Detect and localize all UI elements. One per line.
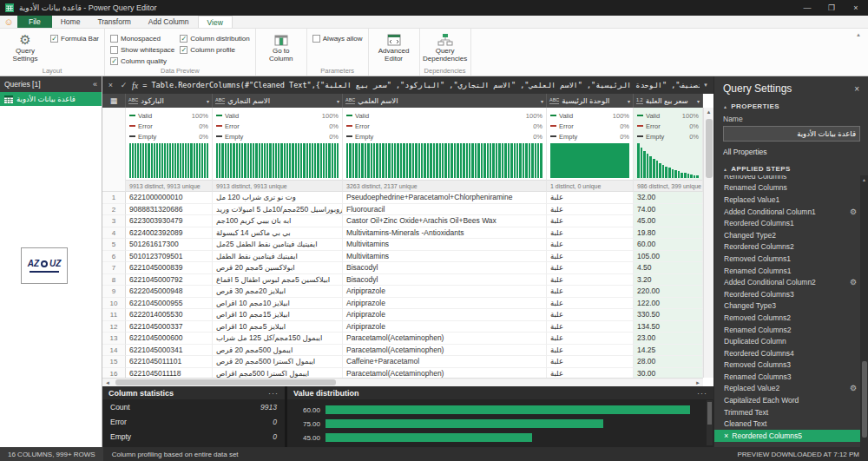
cancel-formula-icon[interactable]: × bbox=[104, 81, 117, 89]
applied-step-added-conditional-column2[interactable]: Added Conditional Column2⚙ bbox=[714, 276, 860, 288]
checkbox-show-whitespace[interactable]: Show whitespace bbox=[110, 46, 174, 54]
cell[interactable]: علبة bbox=[547, 274, 634, 286]
row-number[interactable]: 7 bbox=[102, 262, 126, 274]
applied-step-removed-columns1[interactable]: Removed Columns1 bbox=[714, 253, 860, 265]
row-number[interactable]: 2 bbox=[102, 204, 126, 216]
fx-icon[interactable]: fx bbox=[132, 81, 138, 90]
applied-step-renamed-columns3[interactable]: Renamed Columns3 bbox=[714, 371, 860, 383]
column-header-5[interactable]: 1.2سعر بيع العلبة▾ bbox=[634, 94, 703, 108]
scroll-left-icon[interactable]: ◄ bbox=[102, 380, 113, 385]
row-number[interactable]: 8 bbox=[102, 274, 126, 286]
cell[interactable]: 501261617300 bbox=[126, 239, 213, 251]
cell[interactable]: 28.00 bbox=[634, 356, 703, 368]
applied-step-duplicated-column[interactable]: Duplicated Column bbox=[714, 335, 860, 347]
cell[interactable]: علبة bbox=[547, 333, 634, 345]
cell[interactable]: 60.00 bbox=[634, 239, 703, 251]
query-list-item[interactable]: قاعدة بيانات الأدوية bbox=[0, 92, 102, 106]
cell[interactable]: 220.00 bbox=[634, 286, 703, 298]
cell[interactable]: ايبمول 150مجم/كل 125 مل شراب bbox=[213, 333, 343, 345]
steps-scroll-up-icon[interactable]: ▲ bbox=[860, 175, 868, 183]
cell[interactable]: 6224002392089 bbox=[126, 227, 213, 240]
applied-step-trimmed-text[interactable]: Trimmed Text bbox=[714, 406, 860, 418]
applied-step-reordered-columns2[interactable]: Reordered Columns2 bbox=[714, 241, 860, 254]
cell[interactable]: 330.50 bbox=[634, 309, 703, 321]
cell[interactable]: ابيلايز 15مجم 10 اقراص bbox=[213, 309, 343, 321]
applied-step-removed-columns[interactable]: Removed Columns bbox=[714, 175, 860, 182]
cell[interactable]: 4.50 bbox=[634, 262, 703, 274]
column-profile-1[interactable]: Valid100%Error0%Empty0%9913 distinct, 99… bbox=[126, 108, 213, 192]
distribution-bar[interactable] bbox=[326, 405, 690, 414]
cell[interactable]: علبة bbox=[547, 345, 634, 357]
distribution-scrollbar[interactable] bbox=[707, 400, 713, 445]
horizontal-scroll-track[interactable] bbox=[113, 379, 693, 386]
applied-step-removed-columns2[interactable]: Removed Columns2 bbox=[714, 312, 860, 324]
cell[interactable]: 74.00 bbox=[634, 204, 703, 216]
cell[interactable]: علبة bbox=[547, 239, 634, 251]
cell[interactable]: ايبمول اكسترا 500مجم اقراص bbox=[213, 368, 343, 379]
steps-scrollbar[interactable]: ▲ ▼ bbox=[860, 175, 868, 447]
distribution-bar[interactable] bbox=[326, 433, 532, 442]
cell[interactable]: Pseudoephedrine+Paracetamol+Chlorphenira… bbox=[343, 192, 547, 204]
cell[interactable]: Fluorouracil bbox=[343, 204, 547, 216]
cell[interactable]: ابيلايز 5مجم 10 اقراص bbox=[213, 321, 343, 333]
checkbox-always-allow[interactable]: Always allow bbox=[312, 35, 363, 43]
vertical-scroll-thumb[interactable] bbox=[706, 119, 713, 178]
applied-steps-section-header[interactable]: ▲ APPLIED STEPS bbox=[714, 161, 868, 175]
more-options-icon[interactable]: ··· bbox=[697, 389, 707, 398]
properties-section-header[interactable]: ▲ PROPERTIES bbox=[714, 99, 868, 113]
cell[interactable]: علبة bbox=[547, 368, 634, 379]
column-header-3[interactable]: ABCالاسم العلمي▾ bbox=[343, 94, 547, 108]
checkbox-monospaced[interactable]: Monospaced bbox=[110, 35, 174, 43]
cell[interactable]: ابولاكسين 5مجم 20 قرص bbox=[213, 262, 343, 274]
applied-step-renamed-columns[interactable]: Renamed Columns bbox=[714, 182, 860, 194]
tab-view[interactable]: View bbox=[198, 16, 233, 28]
row-number[interactable]: 13 bbox=[102, 333, 126, 345]
cell[interactable]: 105.00 bbox=[634, 251, 703, 263]
cell[interactable]: 6221045000839 bbox=[126, 262, 213, 274]
cell[interactable]: 6221045011101 bbox=[126, 356, 213, 368]
applied-step-removed-columns3[interactable]: Removed Columns3 bbox=[714, 359, 860, 372]
cell[interactable]: علبة bbox=[547, 215, 634, 227]
delete-step-icon[interactable]: × bbox=[724, 431, 728, 440]
cell[interactable]: 134.50 bbox=[634, 321, 703, 333]
cell[interactable]: 6221045000600 bbox=[126, 333, 213, 345]
cell[interactable]: ابه بان بيبي كريم 100جم bbox=[213, 215, 343, 227]
cell[interactable]: 6221045011118 bbox=[126, 368, 213, 379]
cell[interactable]: 5010123709501 bbox=[126, 251, 213, 263]
row-number[interactable]: 12 bbox=[102, 321, 126, 333]
query-dependencies-button[interactable]: Query Dependencies bbox=[425, 30, 465, 66]
applied-step-added-conditional-column1[interactable]: Added Conditional Column1⚙ bbox=[714, 206, 860, 218]
cell[interactable]: Aripiprazole bbox=[343, 298, 547, 310]
cell[interactable]: 9088831320686 bbox=[126, 204, 213, 216]
cell[interactable]: Multivitamins bbox=[343, 251, 547, 263]
cell[interactable]: ايبمول 500مجم 20 قرص bbox=[213, 345, 343, 357]
query-name-input[interactable] bbox=[723, 126, 860, 142]
cell[interactable]: علبة bbox=[547, 262, 634, 274]
cell[interactable]: 6221045000337 bbox=[126, 321, 213, 333]
cell[interactable]: Paracetamol(Acetaminophen) bbox=[343, 333, 547, 345]
filter-icon[interactable]: ▾ bbox=[697, 98, 700, 104]
filter-icon[interactable]: ▾ bbox=[628, 98, 630, 104]
steps-scroll-thumb[interactable] bbox=[862, 361, 867, 438]
column-header-2[interactable]: ABCالاسم التجاري▾ bbox=[213, 94, 343, 108]
expand-formula-icon[interactable]: ▼ bbox=[700, 82, 712, 88]
row-number[interactable]: 4 bbox=[102, 227, 126, 240]
column-profile-3[interactable]: Valid100%Error0%Empty0%3263 distinct, 21… bbox=[343, 108, 547, 192]
applied-step-reordered-columns3[interactable]: Reordered Columns3 bbox=[714, 288, 860, 300]
formula-input[interactable]: = Table.ReorderColumns(#"Cleaned Text",{… bbox=[142, 81, 700, 89]
cell[interactable]: 6223003930479 bbox=[126, 215, 213, 227]
cell[interactable]: علبة bbox=[547, 298, 634, 310]
cell[interactable]: 30.00 bbox=[634, 368, 703, 379]
cell[interactable]: ايفيتيك فيتامين نقط الطفل bbox=[213, 251, 343, 263]
column-profile-4[interactable]: Valid100%Error0%Empty0%1 distinct, 0 uni… bbox=[547, 108, 634, 192]
close-panel-icon[interactable]: × bbox=[854, 84, 859, 94]
cell[interactable]: Multivitamins-Minerals -Antioxidants bbox=[343, 227, 547, 240]
column-header-4[interactable]: ABCالوحدة الرئيسية▾ bbox=[547, 94, 634, 108]
applied-step-replaced-value1[interactable]: Replaced Value1 bbox=[714, 194, 860, 206]
cell[interactable]: ابيلاكسين 5مجم لبوس اطفال 5 اقماع bbox=[213, 274, 343, 286]
distribution-scroll-thumb[interactable] bbox=[707, 402, 712, 425]
cell[interactable]: علبة bbox=[547, 356, 634, 368]
cell[interactable]: Aripiprazole bbox=[343, 321, 547, 333]
scroll-up-icon[interactable]: ▲ bbox=[704, 108, 713, 116]
checkbox-column-quality[interactable]: ✓Column quality bbox=[110, 57, 174, 65]
